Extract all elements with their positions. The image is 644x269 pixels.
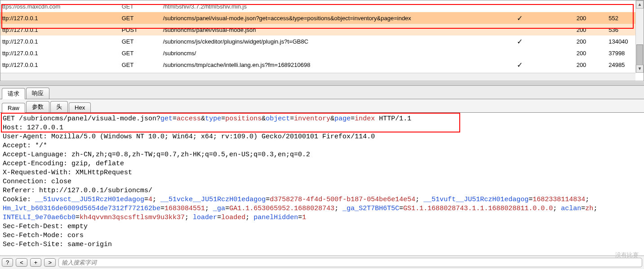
search-bar: ? < + > xyxy=(0,256,644,269)
request-table[interactable]: ttps://oss.maxcdn.comGET/html5shiv/3.7.2… xyxy=(0,0,644,81)
cell-check: ✓ xyxy=(515,35,575,47)
cell-method: GET xyxy=(120,35,161,47)
tab-raw[interactable]: Raw xyxy=(2,103,25,113)
scroll-up-arrow[interactable]: ▲ xyxy=(636,0,644,9)
view-tabs: Raw 参数 头 Hex xyxy=(0,99,644,113)
table-row[interactable]: ttp://127.0.0.1GET/subrioncms/js/ckedito… xyxy=(0,35,644,47)
cell-host: ttp://127.0.0.1 xyxy=(0,24,120,35)
cell-host: ttp://127.0.0.1 xyxy=(0,47,120,59)
cell-check xyxy=(515,47,575,59)
cell-url: /subrioncms/panel/visual-mode.json xyxy=(161,24,515,35)
cell-host: ttp://127.0.0.1 xyxy=(0,59,120,71)
tab-headers[interactable]: 头 xyxy=(50,101,68,112)
cell-host: ttp://127.0.0.1 xyxy=(0,12,120,24)
scroll-down-arrow[interactable]: ▼ xyxy=(636,65,644,73)
cell-status: 200 xyxy=(575,47,607,59)
help-button[interactable]: ? xyxy=(2,258,13,267)
pane-splitter[interactable] xyxy=(0,81,644,86)
horizontal-scrollbar[interactable] xyxy=(0,73,635,81)
cell-method: GET xyxy=(120,59,161,71)
next-match-button[interactable]: > xyxy=(44,258,56,267)
cell-method: GET xyxy=(120,47,161,59)
cell-method: GET xyxy=(120,12,161,24)
cell-url: /subrioncms/js/ckeditor/plugins/widget/p… xyxy=(161,35,515,47)
vertical-scrollbar[interactable]: ▲ ▼ xyxy=(635,0,644,73)
scroll-thumb[interactable] xyxy=(636,44,643,67)
request-response-tabs: 请求 响应 xyxy=(0,86,644,99)
table-row[interactable]: ttp://127.0.0.1GET/subrioncms/panel/visu… xyxy=(0,12,644,24)
table-row[interactable]: ttps://oss.maxcdn.comGET/html5shiv/3.7.2… xyxy=(0,0,644,12)
cell-host: ttps://oss.maxcdn.com xyxy=(0,0,120,12)
cell-method: POST xyxy=(120,24,161,35)
cell-url: /subrioncms/ xyxy=(161,47,515,59)
cell-status: 200 xyxy=(575,35,607,47)
tab-response[interactable]: 响应 xyxy=(26,88,49,99)
cell-status: 200 xyxy=(575,12,607,24)
tab-hex[interactable]: Hex xyxy=(69,102,91,112)
cell-status xyxy=(575,0,607,12)
table-row[interactable]: ttp://127.0.0.1POST/subrioncms/panel/vis… xyxy=(0,24,644,35)
cell-check xyxy=(515,24,575,35)
tab-request[interactable]: 请求 xyxy=(2,88,25,99)
cell-check: ✓ xyxy=(515,59,575,71)
cell-check: ✓ xyxy=(515,12,575,24)
prev-match-button[interactable]: < xyxy=(16,258,27,267)
cell-status: 200 xyxy=(575,59,607,71)
cell-url: /html5shiv/3.7.2/html5shiv.min.js xyxy=(161,0,515,12)
request-list-pane: ttps://oss.maxcdn.comGET/html5shiv/3.7.2… xyxy=(0,0,644,81)
tab-params[interactable]: 参数 xyxy=(26,101,49,112)
search-input[interactable] xyxy=(58,258,642,267)
detail-pane: 请求 响应 Raw 参数 头 Hex GET /subrioncms/panel… xyxy=(0,86,644,269)
cell-url: /subrioncms/tmp/cache/intelli.lang.en.js… xyxy=(161,59,515,71)
add-button[interactable]: + xyxy=(30,258,42,267)
cell-url: /subrioncms/panel/visual-mode.json?get=a… xyxy=(161,12,515,24)
cell-check xyxy=(515,0,575,12)
cell-method: GET xyxy=(120,0,161,12)
raw-request-view[interactable]: GET /subrioncms/panel/visual-mode.json?g… xyxy=(0,113,644,256)
cell-host: ttp://127.0.0.1 xyxy=(0,35,120,47)
cell-status: 200 xyxy=(575,24,607,35)
table-row[interactable]: ttp://127.0.0.1GET/subrioncms/20037998 xyxy=(0,47,644,59)
table-row[interactable]: ttp://127.0.0.1GET/subrioncms/tmp/cache/… xyxy=(0,59,644,71)
